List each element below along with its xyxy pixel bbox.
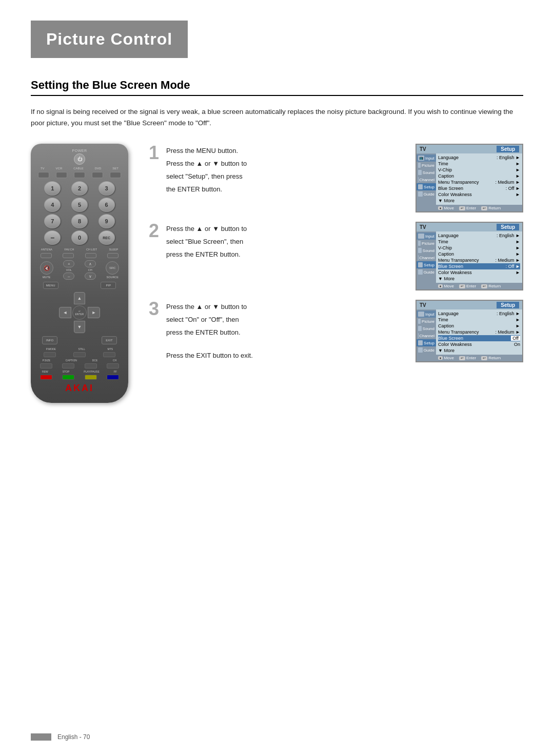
mi-caption-1: Caption► [438, 173, 520, 179]
section-title: Setting the Blue Screen Mode [31, 79, 523, 96]
mi-more-2: ▼ More [438, 276, 520, 282]
tv-button[interactable] [38, 172, 49, 178]
tv-panel-2-header: TV Setup [417, 223, 522, 231]
label-vcr: VCR [56, 167, 63, 170]
tv-items-3: Language: English ► Time► Caption► Menu … [436, 309, 522, 355]
tv-footer-2: ♦ Move ↵ Enter ↩ Return [417, 283, 522, 289]
menu-button[interactable]: MENU [43, 282, 58, 289]
return-label-2: Return [488, 284, 501, 288]
vcr-button[interactable] [56, 172, 67, 178]
caption-button[interactable] [62, 363, 74, 369]
step-2-row: 2 Press the ▲ or ▼ button to select "Blu… [149, 222, 523, 290]
dce-button[interactable] [85, 363, 97, 369]
num-dash[interactable]: – [44, 230, 61, 245]
step-3-line-1: Press the ▲ or ▼ button to [166, 302, 405, 313]
tv-panel-3: TV Setup Input Picture So [416, 300, 523, 362]
move-label-1: Move [444, 206, 454, 210]
sleep-button[interactable] [107, 253, 118, 258]
still-label: STILL [78, 347, 85, 351]
power-button[interactable]: ⏻ [74, 153, 85, 165]
ch-group: ∧ CH ∨ [85, 260, 96, 280]
mi-vchip-2: V-Chip► [438, 245, 520, 251]
step-1-line-2: Press the ▲ or ▼ button to [166, 159, 405, 169]
source-label: SOURCE [106, 276, 118, 279]
num-7[interactable]: 7 [44, 214, 61, 228]
special-labels-1: P.MODE STILL MTS [35, 347, 124, 351]
playpause-button[interactable] [85, 375, 97, 380]
pmode-button[interactable] [44, 352, 56, 357]
label-set: SET [112, 167, 118, 170]
vol-label: VOL [66, 268, 72, 272]
step-2-line-1: Press the ▲ or ▼ button to [166, 224, 405, 235]
move-icon-2: ♦ [438, 284, 443, 288]
set-button[interactable] [110, 172, 121, 178]
number-grid: 1 2 3 4 5 6 7 8 9 – 0 REC [40, 181, 119, 245]
stop-label: STOP [63, 370, 70, 373]
num-9[interactable]: 9 [98, 214, 115, 228]
source-buttons-row [35, 172, 124, 178]
sb-input-1: 📺 Input [417, 154, 436, 162]
chlist-button[interactable] [85, 253, 96, 258]
ff-button[interactable] [107, 375, 119, 380]
tv-sidebar-2: Input Picture Sound Channel [417, 231, 436, 283]
return-label-3: Return [488, 356, 501, 360]
label-cable: CABLE [73, 167, 84, 170]
num-2[interactable]: 2 [71, 181, 88, 196]
pip-button[interactable]: PIP [101, 282, 116, 289]
enter-icon-1: ↵ [459, 206, 465, 210]
footer-page-text: English - 70 [57, 733, 90, 741]
favch-button[interactable] [63, 253, 74, 258]
mi-bluescreen-1: Blue Screen: Off ► [438, 185, 520, 191]
dpad-left-button[interactable]: ◄ [59, 307, 71, 318]
exit-button[interactable]: EXIT [102, 336, 117, 344]
footer-move-2: ♦ Move [438, 284, 454, 288]
vol-down-button[interactable]: – [63, 273, 74, 280]
tv-sidebar-1: 📺 Input Picture Sound [417, 153, 436, 205]
dvd-button[interactable] [92, 172, 103, 178]
footer-return-1: ↩ Return [481, 206, 501, 210]
footer-bar [31, 733, 51, 741]
tv-items-2: Language: English ► Time► V-Chip► Captio… [436, 231, 522, 283]
enter-button[interactable]: ↵ENTER [72, 305, 87, 320]
footer-enter-3: ↵ Enter [459, 356, 476, 360]
tv-label-1: TV [420, 146, 426, 152]
source-button[interactable]: SRC [106, 261, 119, 275]
power-label: POWER [35, 149, 124, 152]
mi-bluescreen-2-highlight: Blue Screen: Off ► [438, 263, 520, 269]
ch2-button[interactable] [107, 363, 119, 369]
step-2-line-3: press the ENTER button. [166, 249, 405, 260]
dpad-right-button[interactable]: ► [88, 307, 100, 318]
mi-menutrans-3: Menu Transparency: Medium ► [438, 329, 520, 335]
ch-down-button[interactable]: ∨ [85, 273, 96, 280]
num-6[interactable]: 6 [98, 198, 115, 212]
cable-button[interactable] [74, 172, 85, 178]
mute-button[interactable]: 🔇 [40, 261, 53, 275]
mts-button[interactable] [103, 352, 115, 357]
favch-label: FAV.CH [65, 248, 74, 251]
step-1-line-4: the ENTER button. [166, 184, 405, 195]
antena-button[interactable] [41, 253, 52, 258]
psize-button[interactable] [40, 363, 52, 369]
still-button[interactable] [73, 352, 86, 357]
dpad-down-button[interactable]: ▼ [74, 321, 85, 333]
num-rec[interactable]: REC [98, 230, 115, 245]
num-3[interactable]: 3 [98, 181, 115, 196]
rew-label: REW [42, 370, 48, 373]
rew-button[interactable] [40, 375, 52, 380]
info-button[interactable]: INFO [42, 336, 57, 344]
footer-move-1: ♦ Move [438, 206, 454, 210]
num-4[interactable]: 4 [44, 198, 61, 212]
num-5[interactable]: 5 [71, 198, 88, 212]
ch-up-button[interactable]: ∧ [85, 260, 96, 267]
vol-up-button[interactable]: + [63, 260, 74, 267]
ch-label: CH [88, 268, 92, 272]
num-0[interactable]: 0 [71, 230, 88, 245]
playpause-label: PLAY/PAUSE [84, 370, 99, 373]
sb-channel-2: Channel [417, 254, 436, 261]
nav-buttons-row [35, 253, 124, 258]
stop-button[interactable] [62, 375, 74, 380]
num-1[interactable]: 1 [44, 181, 61, 196]
dpad-up-button[interactable]: ▲ [74, 292, 85, 304]
return-icon-1: ↩ [481, 206, 487, 210]
num-8[interactable]: 8 [71, 214, 88, 228]
